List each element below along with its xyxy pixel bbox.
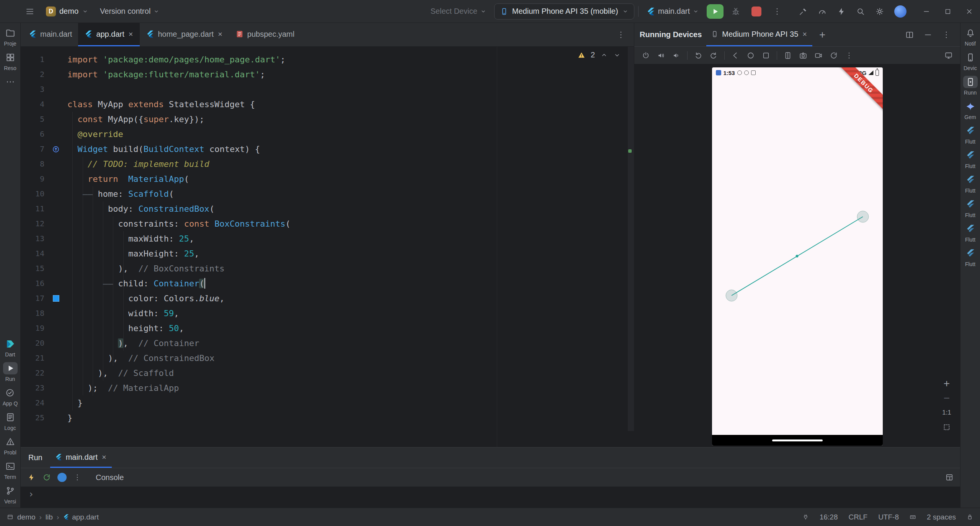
layout-settings-button[interactable] [942,470,956,484]
indent-config[interactable]: 2 spaces [927,513,956,521]
editor-tab-pubspec.yaml[interactable]: pubspec.yaml [229,23,301,46]
gutter[interactable] [44,381,67,395]
gutter[interactable] [44,366,67,381]
tool-button-flutter-inspector[interactable]: Flutt [963,149,978,169]
gutter[interactable] [44,276,67,291]
hot-restart-button[interactable] [40,470,54,484]
inspection-widget[interactable]: 2 [578,51,621,59]
run-tab[interactable]: main.dart × [50,448,112,468]
more-vertical-button[interactable] [842,49,856,62]
tool-button-flutter-network[interactable]: Flutt [963,223,978,243]
file-encoding[interactable]: UTF-8 [878,513,899,521]
tool-button-flutter-devtools[interactable]: Flutt [963,247,978,267]
project-selector[interactable]: D demo [42,4,92,19]
gutter[interactable] [44,97,67,112]
emulator-screen[interactable]: 1:53 3G [712,67,883,446]
tool-button-running-devices[interactable]: Runn [963,76,978,96]
gutter[interactable] [44,186,67,201]
console-prompt[interactable]: › [28,489,34,500]
close-icon[interactable]: × [128,29,134,39]
tab-options-button[interactable] [612,26,629,43]
gutter[interactable] [44,52,67,67]
gutter[interactable] [44,67,67,82]
code-lines[interactable]: 1import 'package:demo/pages/home_page.da… [21,47,634,447]
gutter[interactable] [44,351,67,366]
hide-panel-button[interactable] [920,26,936,43]
hot-reload-button[interactable] [24,470,38,484]
tool-button-project[interactable]: Proje [3,27,18,47]
console-options-button[interactable] [70,470,84,484]
gutter[interactable] [44,336,67,351]
power-button[interactable] [639,49,653,62]
editor-tab-app.dart[interactable]: app.dart× [78,23,140,46]
gutter[interactable] [44,410,67,425]
gutter[interactable] [44,306,67,321]
device-tab[interactable]: Medium Phone API 35 × [706,23,812,46]
rotate-right-button[interactable] [707,49,720,62]
tool-button-terminal[interactable]: Term [3,460,18,480]
split-panel-button[interactable] [901,26,918,43]
close-icon[interactable]: × [217,29,223,39]
lock-icon[interactable] [967,514,973,520]
search-button[interactable] [852,3,869,20]
close-icon[interactable]: × [802,29,808,39]
settings-button[interactable] [871,3,888,20]
main-menu-button[interactable] [21,3,38,20]
user-avatar[interactable] [894,5,906,18]
screenshot-button[interactable] [796,49,810,62]
tool-button-gemini[interactable]: Gem [963,100,978,120]
gutter[interactable] [44,216,67,231]
back-button[interactable] [728,49,742,62]
rotate-left-button[interactable] [691,49,705,62]
device-selector[interactable]: Medium Phone API 35 (mobile) [494,3,634,20]
profiler-button[interactable] [814,3,831,20]
zoom-out-button[interactable]: − [939,391,954,405]
tool-button-notifications[interactable]: Notif [963,27,978,47]
run-config-selector[interactable]: main.dart [642,5,703,18]
version-control-menu[interactable]: Version control [96,5,163,18]
color-swatch-blue[interactable] [53,295,59,302]
keyboard-icon[interactable] [910,514,916,520]
gutter[interactable] [44,82,67,97]
gutter[interactable] [44,201,67,216]
breadcrumb-item[interactable]: demo [17,513,36,521]
tool-button-run[interactable]: Run [3,362,18,382]
editor-tab-main.dart[interactable]: main.dart [22,23,78,46]
code-editor[interactable]: 1import 'package:demo/pages/home_page.da… [21,47,634,447]
editor-scrollbar[interactable] [628,47,634,431]
tool-button-version-control[interactable]: Versi [3,485,18,505]
stop-button[interactable] [748,3,765,20]
tool-button-resource-manager[interactable]: Reso [3,51,18,71]
build-button[interactable] [795,3,812,20]
chevron-up-icon[interactable] [600,51,608,59]
run-button[interactable] [707,4,724,19]
gutter[interactable] [44,112,67,127]
gutter[interactable] [44,127,67,142]
tool-button-flutter-performance[interactable]: Flutt [963,125,978,145]
editor-tab-home_page.dart[interactable]: home_page.dart× [140,23,229,46]
tool-button-app-quality-insights[interactable]: App Q [3,387,18,407]
home-button[interactable] [744,49,758,62]
minimize-button[interactable] [916,0,937,23]
zoom-fit-button[interactable] [939,420,954,434]
gutter[interactable] [44,231,67,246]
add-device-button[interactable]: + [817,23,828,46]
gutter[interactable] [44,172,67,186]
volume-down-button[interactable] [670,49,683,62]
plug-icon[interactable] [802,514,809,520]
display-settings-button[interactable] [942,49,956,62]
breadcrumb-item[interactable]: app.dart [63,513,99,521]
ai-assistant-button[interactable] [833,3,850,20]
close-icon[interactable]: × [101,452,107,462]
debug-button[interactable] [727,3,744,20]
maximize-button[interactable] [937,0,959,23]
tool-button-device-manager[interactable]: Devic [963,51,978,71]
gutter[interactable] [44,291,67,306]
more-actions-button[interactable] [769,3,786,20]
snapshot-button[interactable] [827,49,841,62]
gutter[interactable] [44,395,67,410]
gutter[interactable] [44,157,67,172]
gutter[interactable] [44,321,67,336]
volume-up-button[interactable] [654,49,668,62]
tool-button-problems[interactable]: Probl [3,436,18,456]
